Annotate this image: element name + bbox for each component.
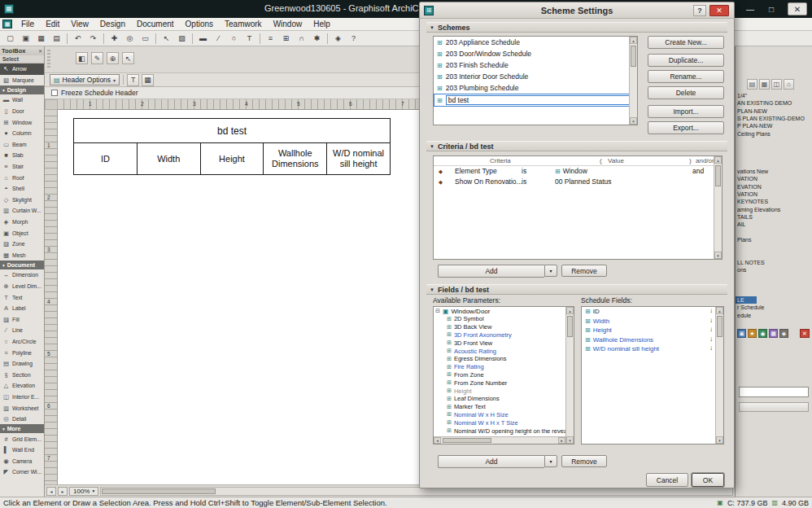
duplicate-button[interactable]: Duplicate... bbox=[648, 54, 724, 67]
close-dialog-button[interactable]: ✕ bbox=[709, 5, 729, 16]
tool-beam[interactable]: ▭Beam bbox=[0, 139, 44, 151]
tool-slab[interactable]: ■Slab bbox=[0, 150, 44, 161]
menu-options[interactable]: Options bbox=[180, 18, 219, 31]
tool-line[interactable]: ∕Line bbox=[0, 325, 44, 336]
scroll-down-icon[interactable] bbox=[716, 436, 723, 444]
maximize-button[interactable]: □ bbox=[762, 2, 781, 15]
navigator-item[interactable]: AIL bbox=[736, 221, 812, 228]
navigator-item[interactable] bbox=[736, 243, 812, 251]
info-box-icon[interactable]: ◉ bbox=[758, 329, 767, 338]
scroll-up-icon[interactable] bbox=[630, 37, 637, 44]
scroll-left-icon[interactable] bbox=[434, 437, 441, 444]
scroll-right-icon[interactable]: ▸ bbox=[58, 487, 68, 496]
parameters-h-scrollbar[interactable] bbox=[434, 436, 565, 444]
navigator-item[interactable] bbox=[736, 289, 812, 296]
scheme-item-203-plumbing-schedule[interactable]: ⊞203 Plumbing Schedule bbox=[434, 82, 637, 94]
tool-column[interactable]: ●Column bbox=[0, 128, 44, 139]
toolbar-grip[interactable] bbox=[47, 50, 50, 69]
chevron-down-icon[interactable]: ▾ bbox=[544, 455, 557, 467]
tool-text[interactable]: TText bbox=[0, 291, 44, 303]
scheme-item-203-door-window-schedule[interactable]: ⊞203 Door/Window Schedule bbox=[434, 48, 637, 59]
parameter-leaf-dimensions[interactable]: ⊞Leaf Dimensions bbox=[434, 395, 574, 403]
navigator-item[interactable]: EVATION bbox=[736, 183, 812, 190]
sort-down-icon[interactable]: ↓ bbox=[709, 317, 713, 324]
text-format-icon[interactable]: T bbox=[127, 74, 139, 86]
tool-detail[interactable]: ◎Detail bbox=[0, 414, 44, 425]
toolbar-fit-in-window-icon[interactable]: ▭ bbox=[138, 32, 152, 45]
fields-section-header[interactable]: ▼ Fields / bd test bbox=[426, 284, 727, 295]
toolbar-line-tool-icon[interactable]: ∕ bbox=[212, 32, 225, 45]
navigator-field[interactable] bbox=[739, 387, 809, 397]
tool-stair[interactable]: ≡Stair bbox=[0, 161, 44, 173]
navigator-item[interactable] bbox=[736, 160, 812, 168]
tool-object[interactable]: ▣Object bbox=[0, 227, 44, 239]
tool-worksheet[interactable]: ▥Worksheet bbox=[0, 402, 44, 414]
archicad-menu-icon[interactable]: ▦ bbox=[2, 20, 12, 28]
close-toolbox-icon[interactable]: ✕ bbox=[38, 48, 42, 54]
add-button-label[interactable]: Add bbox=[438, 455, 544, 468]
tool-roof[interactable]: ⌂Roof bbox=[0, 172, 44, 183]
toolbar-save-icon[interactable]: ▦ bbox=[34, 32, 48, 45]
navigator-item[interactable] bbox=[736, 251, 812, 258]
tool-mesh[interactable]: ▦Mesh bbox=[0, 250, 44, 261]
tool-curtain-w[interactable]: ▥Curtain W... bbox=[0, 205, 44, 217]
fields-remove-button[interactable]: Remove bbox=[561, 455, 607, 467]
menu-design[interactable]: Design bbox=[94, 18, 131, 31]
parameter-from-zone-number[interactable]: ⊞From Zone Number bbox=[434, 379, 574, 387]
toolbox-section-more[interactable]: ▾More bbox=[0, 424, 44, 433]
scroll-right-icon[interactable] bbox=[558, 437, 565, 444]
scheme-item-203-interior-door-schedule[interactable]: ⊞203 Interior Door Schedule bbox=[434, 71, 637, 82]
scrollbar-thumb[interactable] bbox=[443, 438, 491, 443]
view-map-icon[interactable]: ▦ bbox=[759, 79, 770, 90]
toolbar-help-icon[interactable]: ? bbox=[347, 32, 360, 45]
navigator-item[interactable]: VATION bbox=[736, 190, 812, 198]
toolbar-options-icon[interactable]: ✱ bbox=[310, 32, 324, 45]
tool-door[interactable]: ▯Door bbox=[0, 106, 44, 117]
toolbox-section-document[interactable]: ▾Document bbox=[0, 261, 44, 269]
toolbar-marquee-tool-icon[interactable]: ▧ bbox=[175, 32, 189, 45]
toolbar-undo-icon[interactable]: ↶ bbox=[71, 32, 85, 45]
layers-palette-icon[interactable]: ▦ bbox=[769, 329, 778, 338]
tool-arc-circle[interactable]: ○Arc/Circle bbox=[0, 336, 44, 348]
navigator-item[interactable]: aming Elevations bbox=[736, 205, 812, 212]
available-parameters-list[interactable]: ⊟ ▣ Window/Door ⊞2D Symbol⊞3D Back View⊞… bbox=[433, 306, 574, 444]
navigator-item[interactable]: Plans bbox=[736, 236, 812, 243]
scroll-up-icon[interactable] bbox=[714, 156, 722, 164]
toolbar-teamwork-icon[interactable]: ◈ bbox=[331, 32, 345, 45]
toolbar-open-icon[interactable]: ▣ bbox=[19, 32, 33, 45]
tool-skylight[interactable]: ◇Skylight bbox=[0, 195, 44, 206]
tool-elevation[interactable]: △Elevation bbox=[0, 380, 44, 392]
navigator-item[interactable]: TAILS bbox=[736, 213, 812, 221]
dialog-titlebar[interactable]: ⊞ Scheme Settings ? ✕ bbox=[420, 2, 734, 19]
parameter-3d-front-view[interactable]: ⊞3D Front View bbox=[434, 339, 574, 347]
toolbar-pan-icon[interactable]: ✚ bbox=[107, 32, 121, 45]
toolbar-layers-icon[interactable]: ≡ bbox=[264, 32, 277, 45]
help-button[interactable]: ? bbox=[693, 5, 706, 16]
layout-book-icon[interactable]: ◫ bbox=[771, 79, 782, 90]
parameter-3d-front-axonometry[interactable]: ⊞3D Front Axonometry bbox=[434, 331, 574, 339]
close-palette-icon[interactable]: ✕ bbox=[800, 329, 810, 338]
tool-settings-icon[interactable]: ▣ bbox=[737, 329, 746, 338]
navigator-item[interactable] bbox=[736, 145, 812, 152]
parameter-marker-text[interactable]: ⊞Marker Text bbox=[434, 403, 574, 411]
menu-edit[interactable]: Edit bbox=[40, 18, 65, 31]
scheme-item-203-appliance-schedule[interactable]: ⊞203 Appliance Schedule bbox=[434, 37, 637, 48]
toolbar-text-tool-icon[interactable]: T bbox=[242, 32, 256, 45]
toolbar-new-file-icon[interactable]: ▢ bbox=[3, 32, 17, 45]
scroll-down-icon[interactable] bbox=[714, 252, 722, 259]
toolbar-redo-icon[interactable]: ↷ bbox=[86, 32, 100, 45]
criteria-table[interactable]: Criteria ( Value ) and/or ◆Element Typei… bbox=[433, 155, 723, 260]
scroll-up-icon[interactable] bbox=[716, 307, 723, 314]
toolbar-arrow-tool-icon[interactable]: ↖ bbox=[159, 32, 173, 45]
criteria-row[interactable]: ◆Show On Renovatio...is00 Planned Status bbox=[434, 177, 722, 187]
menu-window[interactable]: Window bbox=[268, 18, 308, 31]
navigator-item[interactable] bbox=[736, 281, 812, 288]
parameter-fire-rating[interactable]: ⊞Fire Rating bbox=[434, 363, 574, 371]
schemes-section-header[interactable]: ▼ Schemes bbox=[426, 22, 727, 33]
project-map-icon[interactable]: ▤ bbox=[747, 79, 757, 90]
parameter-nominal-w-d-opening-height-on-the-reveal-side[interactable]: ⊞Nominal W/D opening height on the revea… bbox=[434, 427, 574, 435]
menu-file[interactable]: File bbox=[15, 18, 40, 31]
scrollbar-thumb[interactable] bbox=[715, 165, 721, 186]
navigator-item[interactable] bbox=[736, 152, 812, 160]
cell-borders-icon[interactable]: ▦ bbox=[142, 74, 154, 86]
